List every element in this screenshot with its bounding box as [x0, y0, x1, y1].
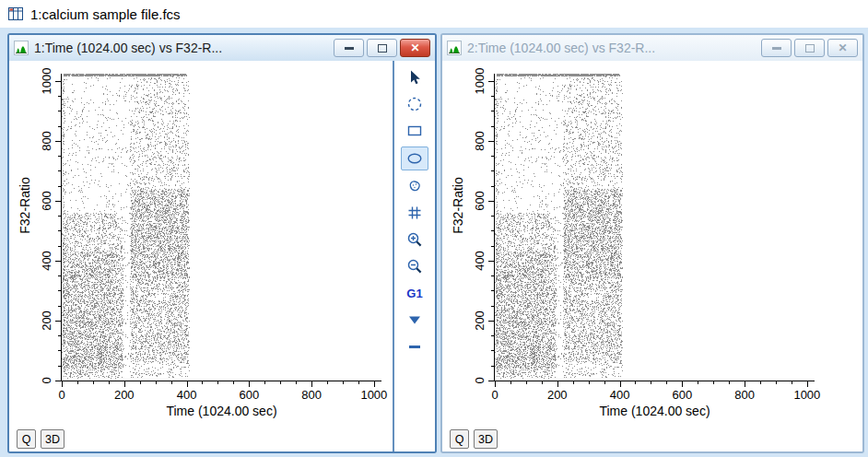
- minus-icon: [409, 346, 420, 348]
- x-axis-tick: [542, 381, 543, 384]
- freehand-gate-icon: [406, 178, 423, 194]
- zoom-in-tool[interactable]: [402, 228, 428, 251]
- remove-gate-button[interactable]: [402, 335, 428, 357]
- y-axis-tick: [58, 246, 62, 247]
- x-axis-tick: [374, 381, 375, 387]
- x-axis-tick: [495, 381, 496, 387]
- x-axis-tick: [651, 381, 651, 384]
- y-axis-tick: [58, 290, 62, 291]
- x-tick-label: 200: [114, 388, 135, 402]
- x-axis-tick: [635, 381, 636, 384]
- y-axis-tick: [491, 230, 495, 231]
- y-axis-tick: [488, 381, 495, 381]
- y-axis-tick: [491, 186, 495, 187]
- histogram-icon: [447, 41, 462, 55]
- polygon-gate-tool[interactable]: [402, 93, 428, 115]
- y-axis-tick: [491, 111, 495, 111]
- window2-titlebar[interactable]: 2:Time (1024.00 sec) vs F32-R... ✕: [442, 35, 862, 61]
- x-tick-label: 400: [177, 388, 197, 402]
- x-tick-label: 0: [491, 388, 498, 402]
- quadrant-stats-button[interactable]: Q: [450, 429, 469, 449]
- x-axis-tick: [171, 381, 172, 384]
- quadrant-gate-tool[interactable]: [402, 202, 428, 224]
- minimize-button[interactable]: [334, 39, 364, 57]
- x-axis-tick: [713, 381, 714, 384]
- scatter-canvas[interactable]: [495, 74, 815, 381]
- x-axis-tick: [682, 381, 683, 387]
- y-axis-tick: [491, 306, 495, 307]
- window1-titlebar[interactable]: 1:Time (1024.00 sec) vs F32-R... ✕: [9, 35, 435, 61]
- x-axis-tick: [124, 381, 125, 387]
- y-axis-tick: [58, 350, 62, 351]
- scatter-canvas[interactable]: [62, 74, 381, 381]
- maximize-button[interactable]: [794, 39, 825, 57]
- y-axis-tick: [491, 216, 495, 217]
- y-axis-tick: [488, 141, 495, 142]
- close-button[interactable]: ✕: [400, 39, 430, 57]
- y-axis-tick: [55, 381, 62, 381]
- gate-dropdown-button[interactable]: [402, 309, 428, 331]
- plot-footer-buttons: Q 3D: [450, 429, 498, 449]
- pointer-icon: [406, 69, 423, 86]
- y-axis-tick: [491, 350, 495, 351]
- window2-controls: ✕: [761, 39, 858, 57]
- histogram-icon: [14, 41, 29, 55]
- plot-pane-1: 0200400600800100002004006008001000Time (…: [9, 61, 393, 451]
- x-tick-label: 200: [547, 388, 568, 402]
- x-axis-tick: [604, 381, 605, 384]
- ellipse-gate-icon: [406, 150, 423, 167]
- x-axis-tick: [217, 381, 218, 384]
- y-axis-tick: [488, 321, 495, 322]
- y-axis-tick: [491, 156, 495, 157]
- x-axis-tick: [343, 381, 344, 384]
- maximize-icon: [805, 44, 815, 53]
- threed-view-button[interactable]: 3D: [41, 429, 65, 449]
- app-icon[interactable]: [7, 6, 24, 22]
- minimize-button[interactable]: [761, 39, 792, 57]
- y-tick-label: 600: [40, 191, 53, 211]
- ellipse-gate-tool[interactable]: [401, 146, 428, 170]
- y-axis-tick: [488, 261, 495, 262]
- y-axis-tick: [58, 275, 62, 276]
- x-axis-tick: [93, 381, 94, 384]
- x-tick-label: 1000: [793, 388, 820, 402]
- y-axis-tick: [488, 201, 495, 202]
- x-tick-label: 600: [672, 388, 692, 402]
- plot-area: 0200400600800100002004006008001000Time (…: [494, 74, 815, 381]
- x-axis-tick: [776, 381, 777, 384]
- x-axis-tick: [233, 381, 234, 384]
- minimize-icon: [772, 47, 781, 50]
- window1-title: 1:Time (1024.00 sec) vs F32-R...: [34, 41, 328, 55]
- freehand-gate-tool[interactable]: [402, 175, 428, 197]
- y-axis-tick: [491, 246, 495, 247]
- y-axis-tick: [55, 81, 62, 82]
- zoom-out-tool[interactable]: [402, 255, 428, 277]
- gate-name-button[interactable]: G1: [402, 282, 428, 304]
- threed-view-button[interactable]: 3D: [474, 429, 498, 449]
- y-axis-tick: [58, 186, 62, 187]
- close-button[interactable]: ✕: [827, 39, 858, 57]
- y-axis-tick: [58, 126, 62, 127]
- x-axis-tick: [557, 381, 558, 387]
- y-axis-tick: [58, 306, 62, 307]
- plot-window-1: 1:Time (1024.00 sec) vs F32-R... ✕: [7, 33, 437, 453]
- zoom-in-icon: [406, 231, 423, 248]
- x-axis-tick: [77, 381, 78, 384]
- rectangle-gate-tool[interactable]: [402, 120, 428, 142]
- x-tick-label: 400: [610, 388, 630, 402]
- y-axis-tick: [491, 275, 495, 276]
- quadrant-stats-button[interactable]: Q: [17, 429, 36, 449]
- maximize-button[interactable]: [367, 39, 397, 57]
- y-axis-tick: [55, 141, 62, 142]
- close-icon: ✕: [838, 42, 847, 53]
- pointer-tool[interactable]: [402, 66, 428, 88]
- y-axis-tick: [58, 96, 62, 97]
- x-axis-tick: [327, 381, 328, 384]
- y-tick-label: 0: [40, 377, 53, 383]
- y-axis-tick: [55, 321, 62, 322]
- y-axis-tick: [491, 290, 495, 291]
- app-titlebar[interactable]: 1:calcium sample file.fcs: [0, 0, 868, 28]
- x-tick-label: 800: [301, 388, 322, 402]
- y-axis-tick: [491, 366, 495, 367]
- plot-pane-2: 0200400600800100002004006008001000Time (…: [442, 61, 862, 451]
